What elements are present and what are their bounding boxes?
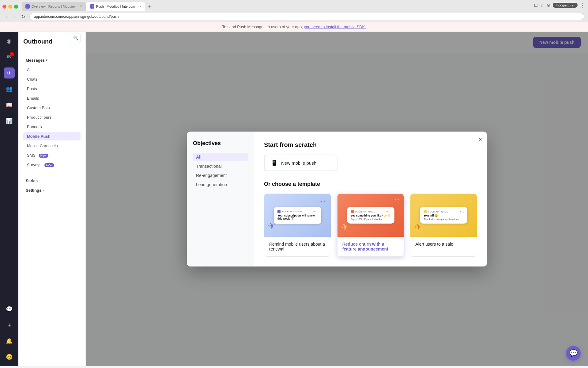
sidebar-icon-messages[interactable]: ✉ 1 — [4, 52, 15, 63]
tab-close-push[interactable]: × — [139, 4, 141, 9]
mobile-push-icon: 📱 — [271, 159, 277, 166]
modal-sidebar: Objectives All Transactional Re-engageme… — [187, 132, 254, 266]
template-label-renewal: Remind mobile users about a renewal — [264, 237, 331, 256]
sidebar-section-messages[interactable]: Messages ▾ — [23, 56, 81, 64]
chat-widget-icon: 💬 — [569, 349, 578, 357]
outbound-icon: ✈ — [7, 70, 12, 76]
sidebar-item-posts[interactable]: Posts — [23, 85, 81, 93]
template-label-feature: Reduce churn with a feature announcement — [337, 237, 404, 256]
main-sidebar: Outbound 🔍 Messages ▾ All Chats Posts Em… — [18, 32, 86, 366]
forward-button[interactable]: › — [11, 13, 17, 20]
home-icon: ◉ — [7, 38, 12, 44]
modal-nav-transactional[interactable]: Transactional — [193, 162, 248, 171]
sidebar-item-sms[interactable]: SMS New — [23, 151, 81, 159]
apps-icon: ⊞ — [7, 322, 11, 328]
notification-text: To send Push Messages to users of your a… — [222, 25, 304, 29]
tab-overview[interactable]: Overview | Reports | Moodjoy × — [22, 2, 86, 11]
maximize-window-btn[interactable] — [14, 5, 18, 9]
sidebar-section-series[interactable]: Series — [23, 177, 81, 185]
tab-label-overview: Overview | Reports | Moodjoy — [32, 5, 76, 8]
browser-chrome: Overview | Reports | Moodjoy × I Push | … — [0, 0, 588, 22]
notification-link[interactable]: you need to install the mobile SDK. — [304, 25, 366, 29]
tab-label-push: Push | Moodjoy | Intercom — [96, 5, 135, 8]
search-icon: 🔍 — [73, 36, 78, 40]
scratch-section-title: Start from scratch — [264, 141, 477, 148]
notification-bar: To send Push Messages to users of your a… — [0, 22, 588, 32]
bookmark-icon: ☆ — [540, 3, 544, 8]
template-card-renewal[interactable]: ✈ ✦ ✦ YOUR APP NAME 0:41 Your sub — [264, 194, 331, 257]
sidebar-icon-inbox[interactable]: 💬 — [4, 304, 15, 315]
tab-icon-push: I — [90, 4, 94, 9]
sidebar-icon-home[interactable]: ◉ — [4, 36, 15, 47]
templates-section-title: Or choose a template — [264, 181, 477, 187]
sidebar-icon-notifications[interactable]: 🔔 — [4, 335, 15, 347]
chevron-right-icon: › — [43, 189, 43, 192]
back-button[interactable]: ‹ — [4, 13, 9, 20]
url-text: app.intercom.com/a/apps/nnsgmgob/outboun… — [34, 14, 119, 19]
sidebar-item-chats[interactable]: Chats — [23, 75, 81, 83]
chat-widget[interactable]: 💬 — [566, 346, 581, 361]
template-card-feature[interactable]: ✈ ✦ ✦ YOUR APP NAME 0:41 See something y… — [337, 194, 404, 257]
sidebar-icons-panel: ◉ ✉ 1 ✈ 👥 📖 📊 💬 ⊞ 🔔 😊 — [0, 32, 18, 366]
modal: × Objectives All Transactional Re-engage… — [187, 132, 487, 266]
badge-sms: New — [39, 154, 48, 158]
sidebar-icon-reports[interactable]: 📊 — [4, 115, 15, 126]
cast-icon: ⊡ — [534, 3, 538, 8]
contacts-icon: 👥 — [6, 86, 13, 92]
template-preview-renewal: ✈ ✦ ✦ YOUR APP NAME 0:41 Your sub — [264, 194, 331, 237]
inbox-icon: 💬 — [6, 306, 13, 312]
sidebar-item-product-tours[interactable]: Product Tours — [23, 113, 81, 121]
close-window-btn[interactable] — [2, 5, 6, 9]
templates-grid: ✈ ✦ ✦ YOUR APP NAME 0:41 Your sub — [264, 194, 477, 257]
main-content: New mobile push × Objectives All Transac… — [86, 32, 588, 366]
template-label-sale: Alert users to a sale — [410, 237, 477, 251]
search-button[interactable]: 🔍 — [71, 33, 81, 43]
modal-nav-all[interactable]: All — [193, 153, 248, 161]
sidebar-section-settings[interactable]: Settings › — [23, 186, 81, 194]
modal-nav-reengagement[interactable]: Re-engagement — [193, 171, 248, 180]
chevron-down-icon: ▾ — [46, 59, 47, 62]
modal-nav-lead-generation[interactable]: Lead generation — [193, 180, 248, 189]
sidebar-item-emails[interactable]: Emails — [23, 94, 81, 102]
mock-notification-sale: YOUR APP NAME 0:41 30% Off 😄 Thanks for … — [420, 207, 467, 224]
refresh-button[interactable]: ↻ — [19, 13, 27, 20]
tab-push[interactable]: I Push | Moodjoy | Intercom × — [86, 2, 145, 11]
sidebar-icon-apps[interactable]: ⊞ — [4, 320, 15, 331]
sidebar-item-mobile-push[interactable]: Mobile Push — [23, 132, 81, 140]
tab-close-overview[interactable]: × — [80, 4, 82, 9]
modal-overlay[interactable]: × Objectives All Transactional Re-engage… — [86, 32, 588, 366]
template-preview-sale: ✈ ✈ YOUR APP NAME 0:41 30% Off 😄 — [410, 194, 477, 237]
modal-close-button[interactable]: × — [479, 136, 482, 143]
sidebar-icon-knowledge[interactable]: 📖 — [4, 99, 15, 110]
menu-icon[interactable]: ⋮ — [580, 2, 586, 9]
tab-icon-overview — [25, 4, 30, 9]
new-tab-button[interactable]: + — [145, 3, 153, 10]
notifications-icon: 🔔 — [6, 338, 13, 344]
sidebar-item-surveys[interactable]: Surveys New — [23, 161, 81, 169]
scratch-option-label: New mobile push — [281, 160, 316, 166]
incognito-badge[interactable]: Incognito (2) — [553, 3, 578, 8]
modal-body: Start from scratch 📱 New mobile push Or … — [254, 132, 487, 266]
minimize-window-btn[interactable] — [8, 5, 12, 9]
sidebar-item-banners[interactable]: Banners — [23, 123, 81, 131]
sidebar-icon-outbound[interactable]: ✈ — [4, 67, 15, 79]
avatar-icon: 😊 — [6, 354, 13, 360]
url-bar[interactable]: app.intercom.com/a/apps/nnsgmgob/outboun… — [29, 13, 584, 20]
reports-icon: 📊 — [6, 117, 13, 124]
sidebar-item-custom-bots[interactable]: Custom Bots — [23, 104, 81, 112]
sidebar-item-all[interactable]: All — [23, 66, 81, 74]
sidebar-icon-contacts[interactable]: 👥 — [4, 83, 15, 94]
knowledge-icon: 📖 — [6, 102, 13, 108]
template-preview-feature: ✈ ✦ ✦ YOUR APP NAME 0:41 See something y… — [337, 194, 404, 237]
new-mobile-push-option[interactable]: 📱 New mobile push — [264, 155, 337, 171]
mock-notification-renewal: YOUR APP NAME 0:41 Your subscription wil… — [274, 207, 321, 224]
mock-notification-feature: YOUR APP NAME 0:41 See something you lik… — [347, 207, 394, 224]
sidebar-messages-label: Messages — [26, 58, 45, 63]
badge-surveys: New — [44, 163, 54, 167]
badge-messages: 1 — [10, 52, 14, 56]
profile-icon: ⊙ — [547, 3, 550, 8]
sidebar-item-mobile-carousels[interactable]: Mobile Carousels — [23, 142, 81, 150]
sidebar-icon-avatar[interactable]: 😊 — [4, 351, 15, 362]
modal-sidebar-title: Objectives — [193, 140, 248, 147]
template-card-sale[interactable]: ✈ ✈ YOUR APP NAME 0:41 30% Off 😄 — [410, 194, 477, 257]
